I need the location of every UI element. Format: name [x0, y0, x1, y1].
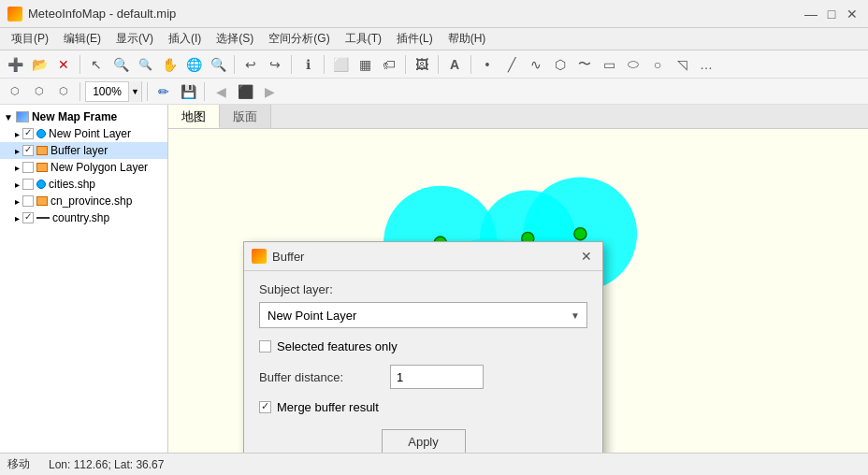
- close-button[interactable]: ✕: [844, 6, 861, 22]
- menu-view[interactable]: 显示(V): [108, 29, 161, 49]
- circle-btn[interactable]: ○: [646, 53, 669, 76]
- expand-icon6: ▸: [15, 196, 20, 207]
- sidebar-item-new-polygon-layer[interactable]: ▸ New Polygon Layer: [0, 159, 167, 176]
- line-btn[interactable]: ╱: [500, 53, 523, 76]
- status-bar: 移动 Lon: 112.66; Lat: 36.67: [0, 453, 868, 475]
- main-area: ▼ New Map Frame ▸ New Point Layer ▸ Buff…: [0, 105, 868, 453]
- dialog-body: Subject layer: New Point Layer ▼ Selecte…: [244, 271, 602, 453]
- tb2-back[interactable]: ◀: [210, 80, 232, 103]
- draw-bar[interactable]: ▦: [354, 53, 376, 76]
- menu-plugins[interactable]: 插件(L): [389, 29, 441, 49]
- menu-edit[interactable]: 编辑(E): [56, 29, 108, 49]
- layer-icon-point: [36, 129, 46, 138]
- menu-project[interactable]: 项目(P): [4, 29, 56, 49]
- tag-btn[interactable]: 🏷: [378, 53, 400, 76]
- maximize-button[interactable]: □: [823, 6, 840, 22]
- app-icon: [7, 7, 22, 22]
- image-btn[interactable]: 🖼: [411, 53, 433, 76]
- buffer-distance-input[interactable]: [390, 365, 484, 389]
- zoom-out[interactable]: 🔍: [134, 53, 156, 76]
- apply-button[interactable]: Apply: [382, 429, 466, 453]
- tb2-save[interactable]: 💾: [177, 80, 199, 103]
- dialog-footer: Apply: [259, 429, 587, 453]
- tb2-stop[interactable]: ⬛: [234, 80, 256, 103]
- layer-checkbox-cities[interactable]: [22, 179, 34, 190]
- dialog-titlebar: Buffer ✕: [244, 242, 602, 271]
- map-tabs: 地图 版面: [168, 105, 868, 129]
- status-mode: 移动: [7, 456, 30, 472]
- tb2-btn2[interactable]: ⬡: [28, 80, 51, 103]
- zoom-dropdown[interactable]: ▼: [128, 81, 141, 102]
- info-btn[interactable]: ℹ: [297, 53, 319, 76]
- search-tool[interactable]: 🔍: [207, 53, 229, 76]
- buffer-distance-row: Buffer distance:: [259, 365, 587, 389]
- expand-icon7: ▸: [15, 213, 20, 223]
- tb2-btn1[interactable]: ⬡: [4, 80, 26, 103]
- sidebar-item-cn-province[interactable]: ▸ cn_province.shp: [0, 193, 167, 209]
- dialog-close-button[interactable]: ✕: [578, 248, 595, 265]
- title-bar: MeteoInfoMap - default.mip — □ ✕: [0, 0, 868, 28]
- tb2-btn3[interactable]: ⬡: [52, 80, 75, 103]
- curve1-btn[interactable]: ∿: [525, 53, 547, 76]
- open-button[interactable]: 📂: [28, 53, 51, 76]
- sep4: [324, 55, 325, 74]
- menu-help[interactable]: 帮助(H): [441, 29, 494, 49]
- curve2-btn[interactable]: 〜: [573, 53, 596, 76]
- map-frame-icon: [16, 111, 29, 122]
- poly-btn[interactable]: ⬡: [549, 53, 571, 76]
- sep5: [405, 55, 406, 74]
- sidebar: ▼ New Map Frame ▸ New Point Layer ▸ Buff…: [0, 105, 168, 453]
- expand-icon: ▼: [4, 112, 13, 122]
- globe-tool[interactable]: 🌐: [182, 53, 205, 76]
- zoom-input[interactable]: [86, 85, 128, 98]
- menu-select[interactable]: 选择(S): [209, 29, 261, 49]
- rect2-btn[interactable]: ▭: [598, 53, 620, 76]
- layer-icon-cities: [36, 180, 46, 189]
- sidebar-item-cities[interactable]: ▸ cities.shp: [0, 176, 167, 193]
- layer-label-cities: cities.shp: [49, 178, 95, 191]
- tb2-pencil[interactable]: ✏: [152, 80, 175, 103]
- dialog-title: Buffer: [272, 250, 304, 264]
- layer-checkbox-buffer[interactable]: [22, 145, 34, 156]
- path-btn[interactable]: ◹: [671, 53, 693, 76]
- zoom-control: ▼: [85, 81, 142, 102]
- sidebar-item-buffer-layer[interactable]: ▸ Buffer layer: [0, 142, 167, 159]
- tab-layout[interactable]: 版面: [220, 105, 271, 128]
- pan-tool[interactable]: ✋: [158, 53, 181, 76]
- window-controls: — □ ✕: [803, 6, 861, 22]
- sep9: [147, 82, 148, 101]
- tb2-forward[interactable]: ▶: [258, 80, 281, 103]
- sidebar-item-country[interactable]: ▸ country.shp: [0, 209, 167, 226]
- layer-checkbox-country[interactable]: [22, 212, 34, 223]
- undo-btn[interactable]: ↩: [239, 53, 262, 76]
- subject-layer-select[interactable]: New Point Layer: [259, 302, 587, 328]
- selected-features-row: Selected features only: [259, 339, 587, 353]
- minimize-button[interactable]: —: [803, 6, 819, 22]
- expand-icon5: ▸: [15, 180, 20, 190]
- redo-btn[interactable]: ↪: [264, 53, 286, 76]
- menu-bar: 项目(P) 编辑(E) 显示(V) 插入(I) 选择(S) 空间分析(G) 工具…: [0, 28, 868, 50]
- menu-insert[interactable]: 插入(I): [161, 29, 209, 49]
- menu-spatial[interactable]: 空间分析(G): [261, 29, 337, 49]
- draw-rect[interactable]: ⬜: [329, 53, 352, 76]
- menu-tools[interactable]: 工具(T): [338, 29, 389, 49]
- dot-btn[interactable]: •: [476, 53, 499, 76]
- close-btn[interactable]: ✕: [52, 53, 75, 76]
- sidebar-map-frame[interactable]: ▼ New Map Frame: [0, 108, 167, 125]
- merge-checkbox[interactable]: [259, 401, 271, 413]
- oval-btn[interactable]: ⬭: [622, 53, 644, 76]
- layer-checkbox-polygon[interactable]: [22, 162, 34, 173]
- tab-map[interactable]: 地图: [168, 105, 220, 128]
- layer-checkbox-point[interactable]: [22, 128, 34, 139]
- text-btn[interactable]: A: [443, 53, 466, 76]
- selected-features-checkbox[interactable]: [259, 340, 271, 353]
- new-button[interactable]: ➕: [4, 53, 26, 76]
- more-btn[interactable]: …: [695, 53, 717, 76]
- layer-checkbox-cn-province[interactable]: [22, 195, 34, 207]
- sidebar-item-new-point-layer[interactable]: ▸ New Point Layer: [0, 125, 167, 142]
- subject-layer-label: Subject layer:: [259, 282, 587, 296]
- sep3: [291, 55, 292, 74]
- zoom-in[interactable]: 🔍: [109, 53, 132, 76]
- select-tool[interactable]: ↖: [85, 53, 108, 76]
- layer-label-buffer: Buffer layer: [51, 144, 108, 157]
